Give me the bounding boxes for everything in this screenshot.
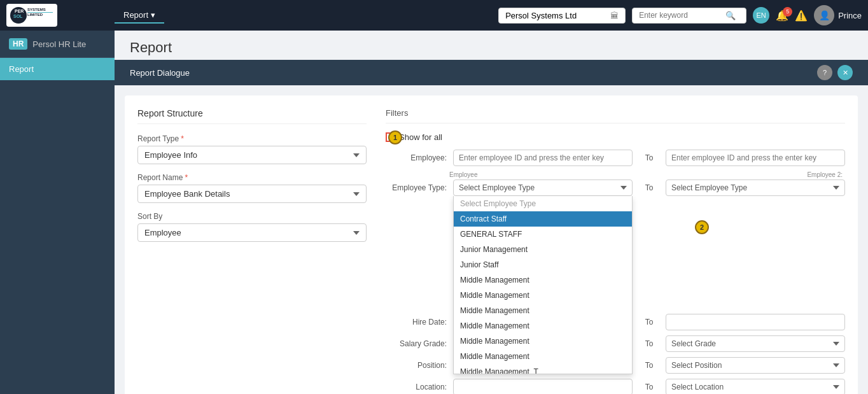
salary-grade-to-label: To [636, 339, 662, 348]
persol-logo: PER SOL SYSTEMS LIMITED [6, 4, 57, 27]
main-layout: HR Persol HR Lite Report Report Report D… [0, 31, 868, 394]
top-navbar: PER SOL SYSTEMS LIMITED Report ▾ Persol … [0, 0, 868, 31]
hire-date-to-label: To [636, 318, 662, 327]
sidebar-header: HR Persol HR Lite [0, 31, 115, 58]
breadcrumb-bar: Report Dialogue ? ✕ [115, 60, 868, 85]
report-form-area: Report Structure Report Type * Employee … [125, 95, 858, 394]
employee-filter-row: Employee: To [386, 150, 845, 166]
svg-rect-6 [27, 12, 53, 13]
alerts-button[interactable]: ⚠️ [795, 10, 808, 22]
sort-by-group: Sort By Employee [137, 212, 367, 242]
notifications-button[interactable]: 🔔 5 [776, 10, 788, 22]
hr-badge: HR [9, 38, 27, 50]
sidebar-item-report[interactable]: Report [0, 58, 115, 80]
filters-panel: Filters Show for all 1 Employee: To [386, 108, 845, 394]
dropdown-item[interactable]: Contract Staff [454, 211, 632, 227]
report-btn-label: Report [123, 10, 148, 20]
svg-text:SYSTEMS: SYSTEMS [27, 8, 46, 11]
location-from-input[interactable] [453, 379, 633, 394]
dropdown-item[interactable]: Middle Management [454, 318, 632, 334]
breadcrumb-help-button[interactable]: ? [817, 65, 832, 80]
report-name-select[interactable]: Employee Bank Details [137, 185, 367, 203]
breadcrumb-icons: ? ✕ [817, 65, 853, 80]
employee-sub-labels: Employee Employee 2: [386, 171, 845, 178]
svg-text:PER: PER [15, 9, 24, 13]
logo-area: PER SOL SYSTEMS LIMITED [6, 4, 108, 27]
search-icon: 🔍 [725, 11, 736, 20]
annotation-2: 2 [695, 220, 709, 234]
dropdown-item[interactable]: Middle Management [454, 349, 632, 364]
position-to-select[interactable]: Select Position [666, 357, 845, 374]
position-label: Position: [386, 361, 449, 370]
location-to-select[interactable]: Select Location [666, 379, 845, 394]
dropdown-item[interactable]: Middle Management [454, 288, 632, 303]
report-dropdown-icon: ▾ [151, 10, 155, 20]
emp-type-select-wrapper: Select Employee Type Select Employee Typ… [453, 179, 633, 196]
company-selector[interactable]: Persol Systems Ltd 🏛 [498, 8, 626, 24]
avatar: 👤 [814, 5, 834, 25]
svg-text:LIMITED: LIMITED [27, 13, 43, 17]
position-to-label: To [636, 361, 662, 370]
report-type-label: Report Type * [137, 134, 367, 143]
show-for-all-row: Show for all 1 [386, 132, 845, 142]
nav-icons: EN 🔔 5 ⚠️ [753, 7, 808, 24]
required-indicator2: * [185, 173, 188, 182]
dropdown-item[interactable]: Junior Staff [454, 257, 632, 272]
breadcrumb: Report Dialogue [130, 68, 190, 78]
emp-type-to-label: To [636, 183, 662, 192]
sidebar: HR Persol HR Lite Report [0, 31, 115, 394]
dropdown-item[interactable]: Junior Management [454, 242, 632, 257]
company-name: Persol Systems Ltd [505, 11, 577, 20]
location-label: Location: [386, 383, 449, 391]
dropdown-item[interactable]: GENERAL STAFF [454, 227, 632, 242]
annotation-1: 1 [388, 130, 402, 144]
report-type-select[interactable]: Employee Info [137, 146, 367, 164]
dropdown-item[interactable]: Select Employee Type [454, 196, 632, 211]
employee-from-input[interactable] [453, 150, 633, 166]
main-content: Report Report Dialogue ? ✕ Report Struct… [115, 31, 868, 394]
emp-type-filter-label: Employee Type: [386, 183, 449, 192]
page-title: Report [115, 31, 868, 60]
dropdown-item[interactable]: Middle Management_T [454, 364, 632, 374]
report-name-group: Report Name * Employee Bank Details [137, 173, 367, 203]
salary-grade-to-select[interactable]: Select Grade [666, 335, 845, 352]
svg-text:SOL: SOL [13, 14, 23, 18]
username: Prince [838, 11, 862, 20]
hire-date-to-input[interactable] [666, 314, 845, 330]
sort-by-select[interactable]: Employee [137, 223, 367, 242]
notification-badge: 5 [783, 7, 792, 17]
report-type-group: Report Type * Employee Info [137, 134, 367, 164]
language-button[interactable]: EN [753, 7, 769, 24]
sort-by-label: Sort By [137, 212, 367, 221]
dropdown-item[interactable]: Middle Management [454, 334, 632, 349]
employee-type-filter-row: Employee Type: Select Employee Type Sele… [386, 179, 845, 196]
employee-to-input[interactable] [666, 150, 845, 166]
salary-grade-label: Salary Grade: [386, 339, 449, 348]
search-box: 🔍 [632, 8, 746, 24]
report-name-label: Report Name * [137, 173, 367, 182]
location-filter-row: Location: To Select Location [386, 379, 845, 394]
sidebar-app-name: Persol HR Lite [32, 39, 86, 49]
structure-title: Report Structure [137, 108, 367, 124]
employee-sub2: Employee 2: [660, 171, 845, 178]
employee-sub1: Employee [449, 171, 634, 178]
filters-title: Filters [386, 108, 845, 123]
user-area[interactable]: 👤 Prince [814, 5, 862, 25]
search-input[interactable] [639, 11, 722, 20]
show-for-all-label: Show for all [399, 132, 442, 142]
location-to-label: To [636, 383, 662, 391]
breadcrumb-close-button[interactable]: ✕ [837, 65, 853, 80]
structure-panel: Report Structure Report Type * Employee … [137, 108, 367, 394]
dropdown-item[interactable]: Middle Management [454, 303, 632, 318]
required-indicator: * [181, 134, 184, 143]
dropdown-item[interactable]: Middle Management [454, 272, 632, 288]
report-nav-button[interactable]: Report ▾ [115, 8, 164, 24]
employee-to-label: To [636, 153, 662, 162]
hire-date-label: Hire Date: [386, 318, 449, 327]
emp-type-from-select[interactable]: Select Employee Type [453, 179, 633, 196]
emp-type-to-select[interactable]: Select Employee Type [666, 179, 845, 196]
employee-filter-label: Employee: [386, 153, 449, 162]
employee-type-dropdown[interactable]: Select Employee TypeContract StaffGENERA… [453, 196, 633, 374]
